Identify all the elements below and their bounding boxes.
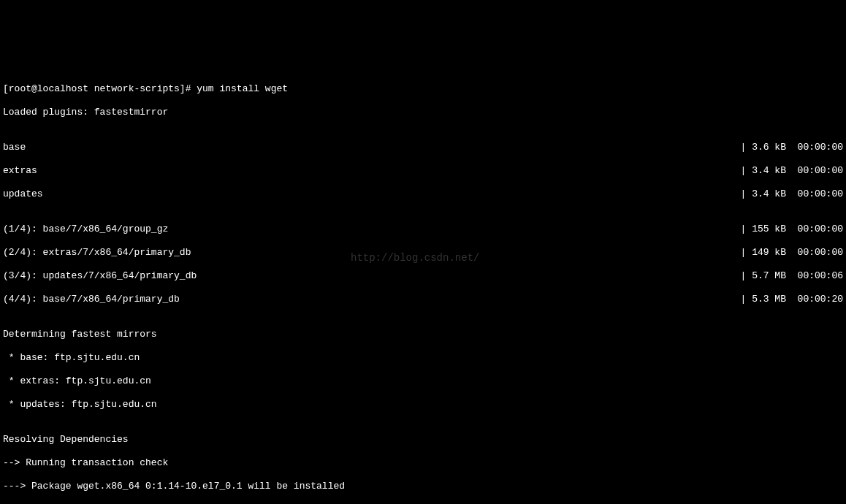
repo-line: updates| 3.4 kB 00:00:00 [3,188,843,200]
plugins-line: Loaded plugins: fastestmirror [3,107,843,118]
trans-check: --> Running transaction check [3,457,843,469]
repo-name: extras [3,165,37,177]
terminal-output: [root@localhost network-scripts]# yum in… [3,72,843,504]
download-line: (2/4): extras/7/x86_64/primary_db| 149 k… [3,247,843,259]
mirror-header: Determining fastest mirrors [3,329,843,340]
download-stats: | 149 kB 00:00:00 [191,247,843,259]
download-label: (1/4): base/7/x86_64/group_gz [3,224,168,235]
shell-prompt-line: [root@localhost network-scripts]# yum in… [3,83,843,95]
download-label: (3/4): updates/7/x86_64/primary_db [3,270,197,282]
repo-name: updates [3,188,43,200]
mirror-line: * extras: ftp.sjtu.edu.cn [3,375,843,387]
repo-stats: | 3.4 kB 00:00:00 [43,188,843,200]
download-stats: | 5.7 MB 00:00:06 [197,270,843,282]
download-line: (1/4): base/7/x86_64/group_gz| 155 kB 00… [3,224,843,235]
download-line: (4/4): base/7/x86_64/primary_db| 5.3 MB … [3,294,843,305]
download-line: (3/4): updates/7/x86_64/primary_db| 5.7 … [3,270,843,282]
download-stats: | 5.3 MB 00:00:20 [180,294,843,305]
download-stats: | 155 kB 00:00:00 [168,224,843,235]
repo-line: extras| 3.4 kB 00:00:00 [3,165,843,177]
repo-name: base [3,142,26,153]
download-label: (2/4): extras/7/x86_64/primary_db [3,247,191,259]
download-label: (4/4): base/7/x86_64/primary_db [3,294,180,305]
mirror-line: * base: ftp.sjtu.edu.cn [3,352,843,364]
mirror-line: * updates: ftp.sjtu.edu.cn [3,399,843,411]
repo-stats: | 3.4 kB 00:00:00 [37,165,843,177]
repo-stats: | 3.6 kB 00:00:00 [26,142,843,153]
resolving-deps: Resolving Dependencies [3,434,843,446]
repo-line: base| 3.6 kB 00:00:00 [3,142,843,153]
pkg-install-line: ---> Package wget.x86_64 0:1.14-10.el7_0… [3,481,843,492]
